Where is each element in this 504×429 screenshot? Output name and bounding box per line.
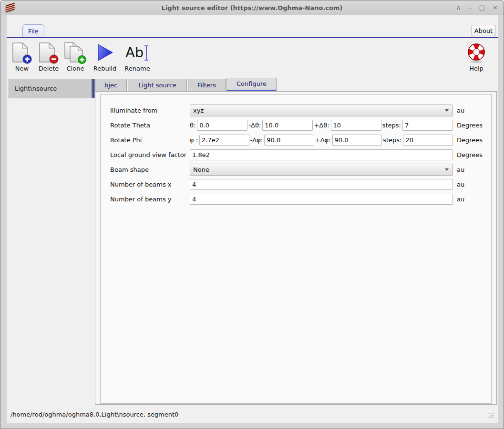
phi-input[interactable] bbox=[199, 135, 249, 146]
tab-filters[interactable]: Filters bbox=[188, 79, 226, 91]
row-rotate-phi: Rotate Phi φ : -Δφ: +Δφ: steps: Degrees bbox=[110, 133, 491, 147]
shade-icon[interactable]: ∧ bbox=[456, 0, 461, 15]
field-label: Beam shape bbox=[110, 166, 190, 173]
clone-documents-icon bbox=[64, 42, 87, 64]
field-label: Rotate Phi bbox=[110, 136, 190, 144]
rebuild-play-icon bbox=[95, 42, 115, 64]
new-label: New bbox=[15, 65, 29, 72]
plus-delta-phi-input[interactable] bbox=[332, 135, 382, 146]
unit-label: au bbox=[457, 166, 464, 173]
field-label: Rotate Theta bbox=[110, 122, 190, 129]
row-illuminate-from: Illuminate from xyz au bbox=[110, 103, 491, 118]
dropdown-caret-icon bbox=[445, 168, 449, 171]
plus-delta-phi-prefix: +Δφ: bbox=[315, 136, 331, 144]
row-number-of-beams-y: Number of beams y au bbox=[110, 192, 491, 207]
theta-steps-input[interactable] bbox=[402, 120, 453, 131]
minus-delta-phi-input[interactable] bbox=[264, 135, 314, 146]
rename-text-cursor-icon: Ab bbox=[123, 42, 151, 64]
rebuild-label: Rebuild bbox=[93, 65, 116, 72]
unit-label: Degrees bbox=[457, 122, 483, 129]
close-icon[interactable]: × bbox=[493, 0, 498, 15]
maximize-icon[interactable]: □ bbox=[479, 0, 485, 15]
tab-configure[interactable]: Configure bbox=[226, 78, 277, 91]
minus-delta-theta-input[interactable] bbox=[262, 120, 313, 131]
local-ground-view-factor-input[interactable] bbox=[190, 149, 453, 160]
window-controls: ∧ – □ × bbox=[456, 0, 498, 15]
new-document-plus-icon bbox=[11, 42, 32, 64]
illuminate-from-select[interactable]: xyz bbox=[190, 105, 453, 116]
rename-button[interactable]: Ab Rename bbox=[121, 42, 154, 72]
unit-label: au bbox=[457, 107, 464, 114]
help-button[interactable]: Help bbox=[463, 42, 490, 72]
window-title: Light source editor (https://www.Oghma-N… bbox=[0, 4, 504, 11]
clone-label: Clone bbox=[67, 65, 84, 72]
beam-shape-select[interactable]: None bbox=[190, 164, 453, 176]
light-source-editor-window: Light source editor (https://www.Oghma-N… bbox=[0, 0, 504, 429]
number-of-beams-x-input[interactable] bbox=[190, 179, 453, 190]
app-area: File About New bbox=[7, 15, 498, 423]
help-lifebuoy-icon bbox=[466, 42, 487, 64]
delete-document-minus-icon bbox=[38, 42, 59, 64]
unit-label: Degrees bbox=[457, 136, 483, 144]
unit-label: au bbox=[457, 181, 464, 188]
svg-text:Ab: Ab bbox=[125, 44, 144, 61]
about-button[interactable]: About bbox=[472, 25, 495, 36]
row-beam-shape: Beam shape None au bbox=[110, 162, 491, 177]
phi-prefix: φ : bbox=[190, 136, 198, 144]
new-button[interactable]: New bbox=[9, 42, 35, 72]
row-number-of-beams-x: Number of beams x au bbox=[110, 177, 491, 192]
delete-label: Delete bbox=[39, 65, 59, 72]
resize-grip[interactable] bbox=[489, 413, 494, 419]
help-label: Help bbox=[469, 65, 483, 72]
theta-steps-prefix: steps: bbox=[382, 122, 401, 129]
unit-label: Degrees bbox=[457, 151, 483, 158]
delete-button[interactable]: Delete bbox=[35, 42, 62, 72]
plus-delta-theta-input[interactable] bbox=[331, 120, 381, 131]
tab-light-source[interactable]: Light source bbox=[128, 79, 187, 91]
phi-steps-prefix: steps: bbox=[383, 136, 401, 144]
sidebar-item-label: Light\nsource bbox=[9, 85, 57, 92]
status-path-text: /home/rod/oghma/oghma8.0,Light\nsource, … bbox=[7, 411, 178, 418]
unit-label: au bbox=[457, 196, 464, 203]
plus-delta-theta-prefix: +Δθ: bbox=[314, 122, 329, 129]
minus-delta-theta-prefix: -Δθ: bbox=[248, 122, 261, 129]
field-label: Illuminate from bbox=[110, 107, 190, 114]
configure-form-panel: Illuminate from xyz au Rotate Theta θ: bbox=[100, 94, 492, 404]
file-menu-tab[interactable]: File bbox=[22, 24, 44, 38]
phi-steps-input[interactable] bbox=[403, 135, 453, 146]
titlebar: Light source editor (https://www.Oghma-N… bbox=[0, 0, 504, 15]
tab-object[interactable]: bjec bbox=[95, 79, 127, 91]
sidebar-item-light-source[interactable]: Light\nsource bbox=[9, 79, 95, 98]
dropdown-caret-icon bbox=[445, 109, 449, 112]
row-local-ground-view-factor: Local ground view factor Degrees bbox=[110, 147, 491, 162]
clone-button[interactable]: Clone bbox=[62, 42, 89, 72]
rename-label: Rename bbox=[124, 65, 150, 72]
statusbar: /home/rod/oghma/oghma8.0,Light\nsource, … bbox=[7, 405, 498, 423]
sidebar-selection-strip bbox=[92, 79, 94, 98]
field-label: Local ground view factor bbox=[110, 151, 190, 158]
minus-delta-phi-prefix: -Δφ: bbox=[250, 136, 263, 144]
rebuild-button[interactable]: Rebuild bbox=[89, 42, 121, 72]
number-of-beams-y-input[interactable] bbox=[190, 194, 453, 205]
theta-input[interactable] bbox=[197, 120, 247, 131]
minimize-icon[interactable]: – bbox=[468, 1, 472, 16]
row-rotate-theta: Rotate Theta θ: -Δθ: +Δθ: steps: Degrees bbox=[110, 118, 491, 133]
field-label: Number of beams x bbox=[110, 181, 190, 188]
theta-prefix: θ: bbox=[190, 122, 195, 129]
field-label: Number of beams y bbox=[110, 196, 190, 203]
toolbar: New Delete bbox=[7, 38, 498, 78]
configure-tab-pane: Illuminate from xyz au Rotate Theta θ: bbox=[95, 91, 497, 405]
